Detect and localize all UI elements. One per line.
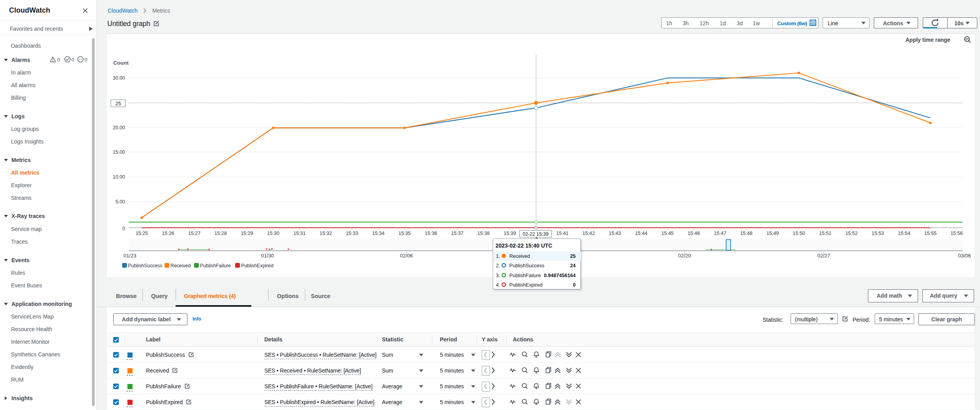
svg-text:15:34: 15:34: [372, 231, 384, 236]
svg-text:02-22 15:39: 02-22 15:39: [523, 231, 549, 237]
svg-text:15:32: 15:32: [320, 231, 332, 236]
svg-text:15:48: 15:48: [740, 231, 752, 236]
svg-text:15:37: 15:37: [451, 231, 463, 236]
svg-text:15:30: 15:30: [267, 231, 279, 236]
svg-text:0: 0: [57, 57, 60, 63]
svg-text:15:43: 15:43: [609, 231, 621, 236]
svg-text:0: 0: [71, 57, 74, 63]
svg-text:01/30: 01/30: [261, 253, 274, 259]
svg-text:15:55: 15:55: [924, 231, 937, 236]
svg-text:15:39: 15:39: [503, 231, 516, 236]
svg-text:15:42: 15:42: [582, 231, 595, 236]
svg-text:0: 0: [84, 57, 87, 63]
svg-text:15:50: 15:50: [793, 231, 805, 236]
svg-text:15:29: 15:29: [241, 231, 253, 236]
svg-text:15:52: 15:52: [845, 231, 858, 236]
svg-text:30.00: 30.00: [113, 75, 125, 81]
svg-text:15:53: 15:53: [872, 231, 884, 236]
svg-text:15:26: 15:26: [162, 231, 174, 236]
svg-text:15:36: 15:36: [425, 231, 437, 236]
svg-text:25: 25: [115, 101, 121, 106]
svg-text:03/06: 03/06: [958, 253, 971, 259]
svg-text:15:31: 15:31: [293, 231, 305, 236]
svg-text:15:35: 15:35: [398, 231, 411, 236]
svg-text:PublishFailure: PublishFailure: [200, 263, 231, 268]
svg-text:PublishSuccess: PublishSuccess: [128, 263, 163, 268]
svg-text:Count: Count: [113, 60, 129, 66]
svg-text:02/06: 02/06: [400, 253, 413, 259]
svg-text:15:28: 15:28: [215, 231, 227, 236]
svg-text:Received: Received: [170, 263, 191, 268]
svg-text:15:49: 15:49: [767, 231, 779, 236]
svg-text:15:41: 15:41: [556, 231, 569, 236]
svg-text:15:56: 15:56: [950, 231, 963, 236]
svg-text:0: 0: [122, 226, 125, 231]
svg-text:20.00: 20.00: [113, 125, 125, 130]
svg-text:15:27: 15:27: [188, 231, 200, 236]
svg-text:15:47: 15:47: [714, 231, 726, 236]
svg-text:01/23: 01/23: [123, 253, 137, 259]
svg-text:15:46: 15:46: [688, 231, 700, 236]
svg-text:PublishExpired: PublishExpired: [241, 263, 273, 268]
svg-text:15:33: 15:33: [346, 231, 358, 236]
svg-text:15.00: 15.00: [113, 149, 125, 155]
svg-text:15:44: 15:44: [635, 231, 647, 236]
svg-text:02/27: 02/27: [817, 253, 830, 259]
svg-text:15:54: 15:54: [898, 231, 910, 236]
svg-text:02/20: 02/20: [678, 253, 691, 259]
svg-text:10.00: 10.00: [113, 174, 125, 180]
svg-text:15:45: 15:45: [661, 231, 673, 236]
svg-text:15:51: 15:51: [819, 231, 831, 236]
svg-text:15:38: 15:38: [477, 231, 490, 236]
svg-text:5.00: 5.00: [116, 199, 125, 205]
svg-text:15:25: 15:25: [136, 231, 148, 236]
